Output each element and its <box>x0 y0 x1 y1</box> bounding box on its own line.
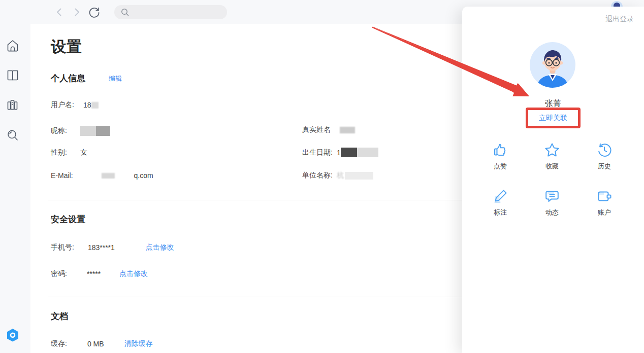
avatar[interactable] <box>530 42 575 88</box>
pencil-icon <box>492 188 509 205</box>
thumbs-up-icon <box>492 142 509 159</box>
library-icon[interactable] <box>6 98 20 112</box>
history-clock-icon <box>596 142 613 159</box>
app-window: 设置 个人信息 编辑 用户名: 18 昵称: 性别: 女 E-Mail: q.c… <box>0 0 644 353</box>
username-label: 用户名: <box>51 100 74 110</box>
phone-value: 183****1 <box>88 243 115 252</box>
search-input[interactable] <box>114 5 227 19</box>
document-heading: 文档 <box>51 310 68 322</box>
cache-label: 缓存: <box>51 339 67 348</box>
realname-label: 真实姓名 <box>302 125 331 134</box>
cache-value: 0 MB <box>87 340 104 348</box>
change-password-link[interactable]: 点击修改 <box>119 269 148 278</box>
search-nav-icon[interactable] <box>6 128 20 143</box>
birthdate-value: 1 <box>337 149 341 157</box>
birthdate-redaction <box>341 148 357 157</box>
account-action[interactable]: 账户 <box>584 188 625 217</box>
user-panel: 退出登录 <box>462 7 644 353</box>
favorites-action[interactable]: 收藏 <box>532 142 572 171</box>
personal-info-heading: 个人信息 <box>51 73 85 84</box>
username-redaction <box>91 102 99 109</box>
security-heading: 安全设置 <box>51 214 85 225</box>
history-action[interactable]: 历史 <box>584 142 625 171</box>
wallet-icon <box>596 188 613 205</box>
logout-button[interactable]: 退出登录 <box>605 15 634 24</box>
gender-value: 女 <box>80 148 87 157</box>
realname-redaction <box>340 127 355 133</box>
likes-action[interactable]: 点赞 <box>480 142 521 171</box>
forward-icon[interactable] <box>71 7 82 18</box>
likes-label: 点赞 <box>480 162 521 171</box>
annotation-action[interactable]: 标注 <box>480 188 521 217</box>
phone-label: 手机号: <box>51 243 74 252</box>
associate-annotation-box: 立即关联 <box>526 108 581 128</box>
star-icon <box>543 142 561 159</box>
password-value: ***** <box>87 270 101 278</box>
book-icon[interactable] <box>6 68 20 82</box>
edit-link[interactable]: 编辑 <box>109 74 122 83</box>
username-value: 18 <box>83 101 91 109</box>
nickname-redaction <box>80 126 96 136</box>
organization-value: 杭 <box>337 171 344 180</box>
page-title: 设置 <box>51 37 82 57</box>
activity-action[interactable]: 动态 <box>532 188 572 217</box>
password-label: 密码: <box>51 269 67 278</box>
birthdate-label: 出生日期: <box>302 148 333 157</box>
activity-label: 动态 <box>532 208 572 217</box>
birthdate-redaction <box>357 148 378 157</box>
gender-label: 性别: <box>51 148 67 157</box>
home-icon[interactable] <box>6 39 20 53</box>
organization-redaction <box>345 172 373 180</box>
left-sidebar <box>0 0 30 353</box>
account-label: 账户 <box>584 208 625 217</box>
back-icon[interactable] <box>54 7 65 18</box>
email-redaction <box>102 173 115 179</box>
refresh-icon[interactable] <box>87 6 100 18</box>
email-label: E-Mail: <box>51 171 73 180</box>
nickname-label: 昵称: <box>51 126 67 135</box>
change-phone-link[interactable]: 点击修改 <box>146 243 174 252</box>
favorites-label: 收藏 <box>532 162 572 171</box>
email-value: q.com <box>134 171 153 180</box>
organization-label: 单位名称: <box>302 171 333 180</box>
nickname-redaction <box>96 126 110 136</box>
app-hexagon-icon[interactable] <box>6 328 19 342</box>
annotation-label: 标注 <box>480 208 521 217</box>
clear-cache-link[interactable]: 清除缓存 <box>124 339 153 348</box>
history-label: 历史 <box>584 162 625 171</box>
search-icon <box>120 8 130 17</box>
associate-now-link[interactable]: 立即关联 <box>539 114 567 123</box>
comment-icon <box>543 188 561 205</box>
